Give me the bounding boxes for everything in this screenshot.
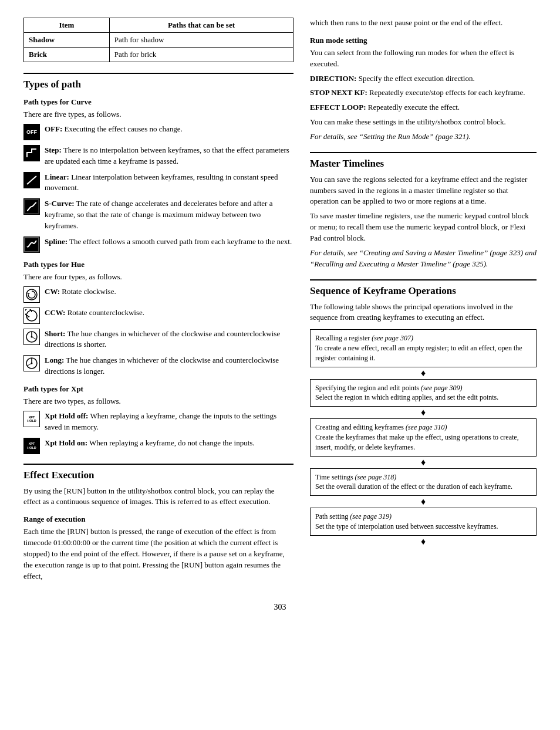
seq-box-4-ref: (see page 318) — [355, 473, 397, 481]
left-column: Item Paths that can be set Shadow Path f… — [23, 18, 294, 585]
seq-box-3-ref: (see page 310) — [406, 423, 447, 431]
stop-next-line: STOP NEXT KF: Repeatedly execute/stop ef… — [310, 87, 537, 99]
spline-icon — [23, 236, 40, 253]
master-p1: You can save the regions selected for a … — [310, 174, 537, 208]
run-mode-p2: You can make these settings in the utili… — [310, 117, 537, 128]
table-header-item: Item — [24, 18, 110, 33]
step-icon — [23, 145, 40, 161]
effect-execution-title: Effect Execution — [23, 464, 294, 481]
off-icon: OFF — [23, 124, 40, 140]
seq-box-5: Path setting (see page 319) Set the type… — [310, 508, 537, 536]
seq-box-1-ref: (see page 307) — [372, 334, 413, 342]
seq-box-1-detail: To create a new effect, recall an empty … — [315, 344, 522, 362]
short-icon — [23, 329, 40, 345]
xpt-intro: There are two types, as follows. — [23, 396, 294, 407]
table-cell-shadow-path: Path for shadow — [109, 33, 293, 48]
xpt-type-on-text: Xpt Hold on: When replaying a keyframe, … — [45, 438, 294, 449]
svg-point-12 — [31, 336, 33, 337]
curve-type-spline: Spline: The effect follows a smooth curv… — [23, 236, 294, 253]
curve-type-scurve: S-Curve: The rate of change accelerates … — [23, 198, 294, 232]
table-row: Brick Path for brick — [24, 48, 294, 62]
xpt-type-off: XPTHOLD Xpt Hold off: When replaying a k… — [23, 411, 294, 433]
table-cell-brick-path: Path for brick — [109, 48, 293, 62]
range-p1: Each time the [RUN] button is pressed, t… — [23, 526, 294, 582]
svg-point-16 — [31, 363, 33, 364]
long-icon — [23, 355, 40, 371]
curve-type-off: OFF OFF: Executing the effect causes no … — [23, 124, 294, 140]
run-mode-p1: You can select from the following run mo… — [310, 48, 537, 70]
curve-type-step: Step: There is no interpolation between … — [23, 145, 294, 167]
hue-type-cw-text: CW: Rotate clockwise. — [45, 286, 294, 298]
curve-type-linear-text: Linear: Linear interpolation between key… — [45, 172, 294, 194]
seq-box-2-ref: (see page 309) — [421, 384, 463, 392]
seq-box-2: Specifying the region and edit points (s… — [310, 379, 537, 407]
types-of-path-title: Types of path — [23, 73, 294, 90]
sequence-container: Recalling a register (see page 307) To c… — [310, 329, 537, 546]
table-header-paths: Paths that can be set — [109, 18, 293, 33]
seq-arrow-4: ♦ — [310, 497, 537, 506]
seq-box-4: Time settings (see page 318) Set the ove… — [310, 468, 537, 496]
page-number: 303 — [23, 603, 537, 612]
run-mode-ref: For details, see “Setting the Run Mode” … — [310, 131, 537, 143]
curve-type-scurve-text: S-Curve: The rate of change accelerates … — [45, 198, 294, 232]
effect-loop-bold: EFFECT LOOP: — [310, 103, 366, 111]
table-row: Shadow Path for shadow — [24, 33, 294, 48]
run-continues-text: which then runs to the next pause point … — [310, 18, 537, 29]
curve-type-linear: Linear: Linear interpolation between key… — [23, 172, 294, 194]
effect-loop-text: Repeatedly execute the effect. — [366, 103, 460, 111]
seq-box-3-detail: Create the keyframes that make up the ef… — [315, 433, 519, 451]
curve-type-step-text: Step: There is no interpolation between … — [45, 145, 294, 167]
paths-table: Item Paths that can be set Shadow Path f… — [23, 18, 294, 62]
svg-marker-6 — [27, 293, 30, 295]
seq-box-2-main: Specifying the region and edit points — [315, 384, 421, 392]
seq-box-1: Recalling a register (see page 307) To c… — [310, 329, 537, 367]
scurve-icon — [23, 198, 40, 215]
hue-type-ccw: CCW: Rotate counterclockwise. — [23, 307, 294, 324]
xpt-hold-off-icon: XPTHOLD — [23, 411, 40, 427]
master-timelines-title: Master Timelines — [310, 152, 537, 170]
ccw-icon — [23, 307, 40, 324]
seq-intro: The following table shows the principal … — [310, 302, 537, 324]
hue-type-short: Short: The hue changes in whichever of t… — [23, 329, 294, 351]
table-cell-shadow-item: Shadow — [29, 35, 55, 44]
hue-intro: There are four types, as follows. — [23, 272, 294, 283]
stop-next-bold: STOP NEXT KF: — [310, 88, 367, 97]
seq-box-5-main: Path setting — [315, 512, 350, 521]
hue-type-long: Long: The hue changes in whichever of th… — [23, 355, 294, 377]
seq-title: Sequence of Keyframe Operations — [310, 279, 537, 297]
direction-bold: DIRECTION: — [310, 74, 356, 83]
master-p2: To save master timeline registers, use t… — [310, 211, 537, 244]
seq-box-4-main: Time settings — [315, 473, 355, 481]
hue-type-ccw-text: CCW: Rotate counterclockwise. — [45, 307, 294, 319]
curve-type-off-text: OFF: Executing the effect causes no chan… — [45, 124, 294, 135]
curve-type-spline-text: Spline: The effect follows a smooth curv… — [45, 236, 294, 248]
range-subtitle: Range of execution — [23, 515, 294, 524]
xpt-subtitle: Path types for Xpt — [23, 384, 294, 394]
effect-exec-p1: By using the [RUN] button in the utility… — [23, 486, 294, 508]
master-ref: For details, see “Creating and Saving a … — [310, 248, 537, 270]
seq-box-1-main: Recalling a register — [315, 334, 372, 342]
hue-type-cw: CW: Rotate clockwise. — [23, 286, 294, 303]
xpt-type-on: XPTHOLD Xpt Hold on: When replaying a ke… — [23, 438, 294, 454]
xpt-type-off-text: Xpt Hold off: When replaying a keyframe,… — [45, 411, 294, 433]
hue-type-long-text: Long: The hue changes in whichever of th… — [45, 355, 294, 377]
seq-arrow-5: ♦ — [310, 537, 537, 546]
seq-arrow-1: ♦ — [310, 369, 537, 378]
svg-rect-4 — [25, 238, 38, 251]
seq-arrow-2: ♦ — [310, 408, 537, 417]
hue-subtitle: Path types for Hue — [23, 260, 294, 269]
linear-icon — [23, 172, 40, 188]
table-cell-brick-item: Brick — [29, 50, 47, 59]
seq-box-2-detail: Select the region in which editing appli… — [315, 393, 498, 401]
xpt-hold-on-icon: XPTHOLD — [23, 438, 40, 454]
seq-box-3: Creating and editing keyframes (see page… — [310, 418, 537, 456]
seq-box-4-detail: Set the overall duration of the effect o… — [315, 482, 512, 491]
cw-icon — [23, 286, 40, 303]
seq-arrow-3: ♦ — [310, 458, 537, 467]
right-column: which then runs to the next pause point … — [310, 18, 537, 585]
direction-text: Specify the effect execution direction. — [356, 74, 474, 83]
direction-line: DIRECTION: Specify the effect execution … — [310, 73, 537, 85]
stop-next-text: Repeatedly execute/stop effects for each… — [367, 88, 525, 97]
seq-box-5-ref: (see page 319) — [350, 512, 392, 521]
seq-box-3-main: Creating and editing keyframes — [315, 423, 406, 431]
